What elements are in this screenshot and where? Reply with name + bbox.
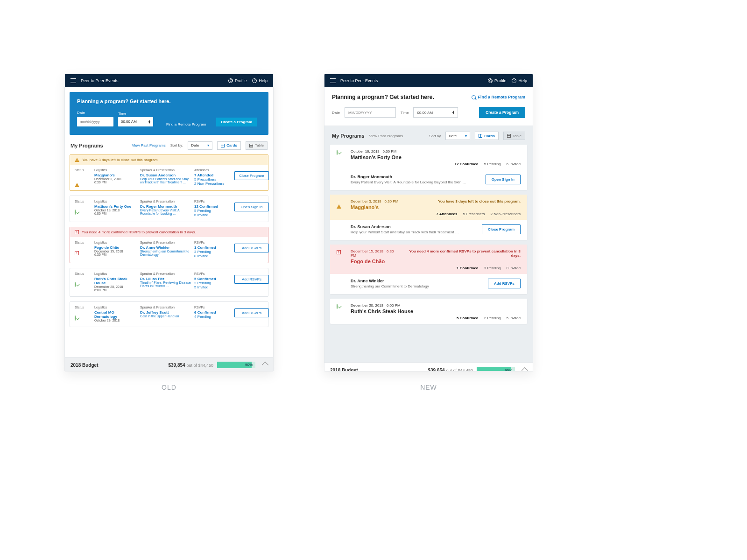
view-cards-button[interactable]: Cards	[475, 132, 499, 140]
card-action-button[interactable]: Add RSVPs	[234, 275, 269, 284]
date-label: Date	[77, 111, 113, 115]
create-program-button[interactable]: Create a Program	[216, 118, 257, 126]
col-speaker: Speaker & Presentation	[140, 272, 191, 275]
metric-1: 12 Confirmed	[194, 204, 232, 209]
metric-1: 7 Attended	[194, 173, 232, 177]
sort-select[interactable]: Date▾	[445, 132, 470, 140]
budget-label: 2018 Budget	[330, 368, 358, 371]
card-header: ! December 15, 2018 6:30 PM Fogo de Chão…	[330, 245, 527, 274]
help-link[interactable]: Help	[512, 78, 527, 83]
help-link[interactable]: Help	[252, 78, 268, 83]
stat: 1 Confirmed	[457, 266, 479, 270]
profile-link[interactable]: Profile	[488, 78, 507, 83]
profile-link[interactable]: Profile	[228, 78, 247, 83]
search-icon	[472, 95, 476, 99]
banner-text: You have 3 days left to close out this p…	[82, 158, 159, 162]
col-metrics: RSVPs	[194, 200, 232, 203]
find-remote-link[interactable]: Find a Remote Program	[166, 122, 206, 126]
time-label: Time	[401, 111, 409, 115]
speaker-name: Dr. Anne Winkler	[351, 279, 483, 283]
date-input[interactable]	[345, 107, 396, 118]
program-card: December 3, 2018 6:30 PM Maggiano's You …	[330, 195, 527, 240]
talk-desc: Strengthening our Commitment to Dermatol…	[351, 284, 483, 288]
card-action-button[interactable]: Close Program	[482, 224, 521, 234]
card-action-button[interactable]: Open Sign In	[234, 203, 269, 211]
sort-label: Sort by	[429, 134, 441, 138]
stats-row: 1 Confirmed3 Pending8 Invited	[351, 266, 521, 270]
menu-icon[interactable]	[330, 78, 336, 83]
table-icon	[507, 134, 511, 138]
caption-old: OLD	[64, 384, 274, 391]
event-time: 6:00 PM	[94, 212, 137, 215]
venue-link[interactable]: Ruth's Chris Steak House	[94, 277, 137, 285]
menu-icon[interactable]	[70, 78, 76, 83]
speaker-link[interactable]: Dr. Susan Anderson	[140, 173, 191, 177]
talk-link[interactable]: Strengthening our Commitment to Dermatol…	[140, 250, 191, 256]
budget-bar: 2018 Budget $39,854 out of $44,450 90%	[65, 357, 273, 372]
hero-title: Planning a program? Get started here.	[77, 98, 261, 104]
col-logistics: Logistics	[94, 168, 137, 172]
card-header: December 3, 2018 6:30 PM Maggiano's You …	[330, 195, 527, 220]
program-card: You have 3 days left to close out this p…	[70, 154, 268, 191]
app-title: Peer to Peer Events	[340, 78, 378, 83]
event-date: December 15, 2018	[94, 250, 137, 253]
col-status: Status	[75, 241, 92, 244]
view-table-button[interactable]: Table	[503, 132, 525, 140]
venue-link[interactable]: Maggiano's	[94, 173, 137, 177]
status-warning-icon	[75, 179, 79, 187]
section-header: My Programs View Past Programs Sort by: …	[65, 140, 273, 154]
view-cards-button[interactable]: Cards	[217, 141, 241, 150]
talk-link[interactable]: Every Patient Every Visit: A Rountable f…	[140, 209, 191, 215]
col-logistics: Logistics	[94, 272, 137, 275]
col-logistics: Logistics	[94, 200, 137, 203]
profile-icon	[488, 78, 493, 83]
speaker-link[interactable]: Dr. Jeffrey Scott	[140, 310, 191, 315]
col-speaker: Speaker & Presentation	[140, 168, 191, 172]
expand-icon[interactable]	[262, 362, 268, 368]
stats-row: 12 Confirmed5 Pending6 Invited	[351, 162, 521, 166]
view-table-button[interactable]: Table	[246, 141, 268, 150]
view-past-link[interactable]: View Past Programs	[369, 134, 403, 138]
hero-banner: Planning a program? Get started here. Da…	[70, 92, 268, 135]
talk-link[interactable]: Help Your Patients Start and Stay on Tra…	[140, 177, 191, 184]
stats-row: 5 Confirmed2 Pending5 Invited	[351, 316, 521, 320]
speaker-link[interactable]: Dr. Lillian Fitz	[140, 277, 191, 281]
talk-link[interactable]: Thruth n' Flare: Reviewing Disease Flare…	[140, 281, 191, 287]
venue-link[interactable]: Mattison's Forty One	[94, 204, 137, 209]
time-select[interactable]: 00:00 AM▴▾	[413, 107, 458, 118]
topbar: Peer to Peer Events Profile Help	[65, 74, 273, 87]
hero-banner: Planning a program? Get started here. Fi…	[324, 87, 533, 126]
speaker-link[interactable]: Dr. Anne Winkler	[140, 245, 191, 250]
date-input[interactable]	[77, 117, 113, 126]
metric-2: 5 Pending	[194, 209, 232, 213]
speaker-link[interactable]: Dr. Roger Monmouth	[140, 204, 191, 209]
card-action-button[interactable]: Close Program	[234, 171, 269, 180]
warning-icon	[75, 158, 79, 162]
col-metrics: RSVPs	[194, 272, 232, 275]
metric-2: 5 Prescribers	[194, 177, 232, 182]
status-ok-icon	[75, 282, 76, 287]
alert-text: You need 4 more confirmed RSVPs to preve…	[402, 249, 521, 258]
alert-icon: !	[75, 230, 79, 234]
time-select[interactable]: 00:00 AM▴▾	[118, 117, 153, 126]
sort-select[interactable]: Date▾	[188, 141, 212, 150]
stat: 2 Pending	[484, 316, 501, 320]
table-icon	[249, 144, 253, 147]
status-ok-icon	[337, 150, 338, 155]
card-action-button[interactable]: Add RSVPs	[234, 308, 269, 317]
venue-link[interactable]: Fogo de Chão	[94, 245, 137, 250]
find-remote-link[interactable]: Find a Remote Program	[472, 95, 525, 99]
view-past-link[interactable]: View Past Programs	[132, 143, 165, 147]
topbar: Peer to Peer Events Profile Help	[324, 74, 533, 87]
venue-link[interactable]: Central MO Dermatology	[94, 310, 137, 319]
talk-link[interactable]: Gain in the Upper Hand on	[140, 315, 191, 318]
card-action-button[interactable]: Open Sign In	[486, 175, 521, 184]
card-action-button[interactable]: Add RSVPs	[234, 244, 269, 252]
program-card: October 19, 2018 6:00 PM Mattison's Fort…	[330, 145, 527, 190]
card-action-button[interactable]: Add RSVPs	[488, 279, 521, 288]
event-date: December 3, 2018	[94, 177, 137, 181]
metric-2: 3 Pending	[194, 250, 232, 254]
expand-icon[interactable]	[521, 367, 528, 371]
create-program-button[interactable]: Create a Program	[479, 107, 525, 118]
col-status: Status	[75, 306, 92, 309]
